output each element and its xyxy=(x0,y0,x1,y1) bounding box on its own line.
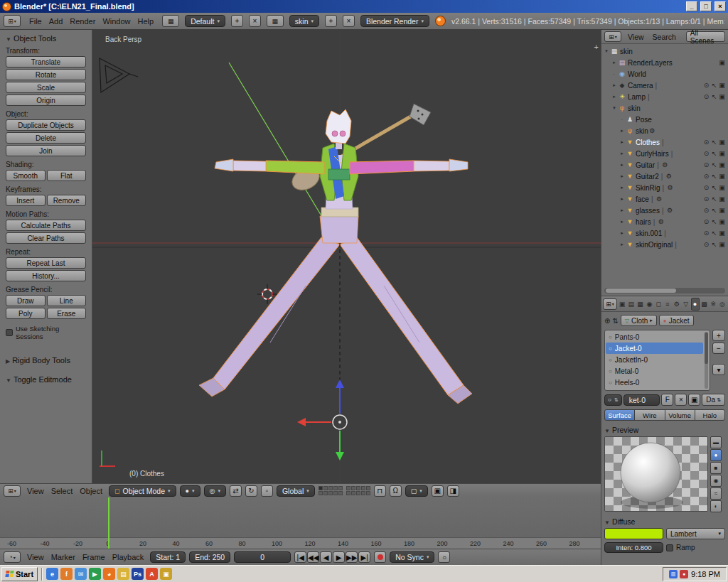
manipulator-rotate-button[interactable]: ↻ xyxy=(245,485,257,497)
restrict-view-icon[interactable]: ⊙ xyxy=(702,93,710,100)
internet-explorer-icon[interactable]: e xyxy=(46,568,58,580)
timeline-menu-view[interactable]: View xyxy=(24,551,47,563)
outliner-row-skin[interactable]: ▾ψskin xyxy=(601,102,728,114)
media-player-icon[interactable]: ▶ xyxy=(89,568,101,580)
material-slot-pants-0[interactable]: ○Pants-0 xyxy=(606,331,703,343)
properties-tab-particles[interactable]: ※ xyxy=(709,298,717,311)
restrict-view-icon[interactable]: ⊙ xyxy=(702,230,710,237)
viewport-shading-select[interactable]: ●▾ xyxy=(180,485,200,497)
outliner-menu-view[interactable]: View xyxy=(625,31,647,43)
layer-cell[interactable] xyxy=(351,491,355,495)
layer-cell[interactable] xyxy=(366,491,370,495)
preview-sphere-button[interactable]: ● xyxy=(710,449,722,461)
mail-icon[interactable]: ✉ xyxy=(75,568,87,580)
minimize-button[interactable]: _ xyxy=(686,1,697,11)
acrobat-icon[interactable]: A xyxy=(146,568,158,580)
jump-to-end-button[interactable]: ▶| xyxy=(358,551,370,563)
layers-widget-left[interactable] xyxy=(318,486,343,495)
menu-window[interactable]: Window xyxy=(100,16,133,27)
timeline-editor-type-button[interactable]: ◔▾ xyxy=(4,551,21,563)
editor-type-button[interactable]: ⊞▾ xyxy=(4,15,21,27)
nodes-button[interactable]: ▣ xyxy=(688,394,700,406)
expander-icon[interactable]: ▸ xyxy=(619,242,626,247)
breadcrumb-material[interactable]: ●Jacket xyxy=(659,315,694,326)
diffuse-panel-header[interactable]: ▼Diffuse xyxy=(604,517,725,526)
properties-tab-render-layers[interactable]: ▤ xyxy=(627,298,636,311)
antivirus-icon[interactable]: ● xyxy=(680,570,688,578)
layer-cell[interactable] xyxy=(333,486,338,490)
frame-start-field[interactable]: Start: 1 xyxy=(150,551,186,563)
properties-tab-constraints[interactable]: ≡ xyxy=(663,298,672,311)
pivot-point-select[interactable]: ◎▾ xyxy=(204,485,226,497)
tool-button-rotate[interactable]: Rotate xyxy=(6,69,86,80)
scene-add-button[interactable]: + xyxy=(325,15,337,27)
layers-widget-right[interactable] xyxy=(346,486,370,495)
maximize-button[interactable]: □ xyxy=(700,1,712,11)
lock-to-scene-button[interactable]: ⊓ xyxy=(374,485,386,497)
layer-cell[interactable] xyxy=(346,486,350,490)
menu-render[interactable]: Render xyxy=(67,16,98,27)
material-name-field[interactable]: ket-0 xyxy=(623,394,660,406)
restrict-view-icon[interactable]: ⊙ xyxy=(702,241,710,248)
viewport-editor-type-button[interactable]: ⊞▾ xyxy=(4,485,21,497)
prev-frame-button[interactable]: ◀ xyxy=(320,551,332,563)
restrict-render-icon[interactable]: ▣ xyxy=(718,184,726,191)
outliner-editor-type-button[interactable]: ⊞▾ xyxy=(604,31,621,42)
tool-button-history[interactable]: History... xyxy=(6,270,86,281)
menu-help[interactable]: Help xyxy=(135,16,157,27)
outliner-row-skinrig[interactable]: ▸▼SkinRig|⚙⊙↖▣ xyxy=(601,182,728,193)
restrict-select-icon[interactable]: ↖ xyxy=(710,161,718,168)
menu-add[interactable]: Add xyxy=(46,16,66,27)
region-toggle-icon[interactable]: + xyxy=(594,43,599,51)
preview-hair-button[interactable]: ≈ xyxy=(710,487,722,500)
restrict-select-icon[interactable]: ↖ xyxy=(710,230,718,237)
restrict-view-icon[interactable]: ⊙ xyxy=(702,161,710,168)
expander-icon[interactable]: ▸ xyxy=(619,139,626,145)
material-type-halo[interactable]: Halo xyxy=(695,409,725,421)
restrict-view-icon[interactable]: ⊙ xyxy=(702,207,710,214)
restrict-render-icon[interactable]: ▣ xyxy=(718,59,726,66)
restrict-view-icon[interactable]: ⊙ xyxy=(702,195,710,203)
layer-cell[interactable] xyxy=(333,491,338,495)
record-button[interactable] xyxy=(374,551,386,563)
prev-keyframe-button[interactable]: ◀◀ xyxy=(307,551,319,563)
expander-icon[interactable]: ▸ xyxy=(619,208,626,213)
properties-tab-texture[interactable]: ▩ xyxy=(700,298,709,311)
layer-cell[interactable] xyxy=(328,491,333,495)
mode-select[interactable]: ◻Object Mode▾ xyxy=(109,485,176,497)
expander-icon[interactable]: ▸ xyxy=(611,60,618,65)
outliner-row-curlyhairs[interactable]: ▸▼CurlyHairs|⊙↖▣ xyxy=(601,148,728,159)
tool-button-line[interactable]: Line xyxy=(47,295,87,306)
tool-button-draw[interactable]: Draw xyxy=(6,295,46,306)
expander-icon[interactable]: ▸ xyxy=(619,230,626,236)
properties-tab-scene[interactable]: ▦ xyxy=(636,298,645,311)
layer-cell[interactable] xyxy=(356,491,360,495)
restrict-render-icon[interactable]: ▣ xyxy=(718,230,726,237)
preview-cube-button[interactable]: ■ xyxy=(710,462,722,474)
preview-flat-button[interactable]: ▬ xyxy=(710,436,722,448)
properties-tab-modifiers[interactable]: ⚙ xyxy=(673,298,681,311)
outliner-row-skin[interactable]: ▾▦skin xyxy=(601,45,728,57)
layer-cell[interactable] xyxy=(351,486,355,490)
properties-tab-render[interactable]: ▣ xyxy=(618,298,626,311)
outliner-row-glasses[interactable]: ▸▼glasses|⚙⊙↖▣ xyxy=(601,205,728,216)
outliner-row-guitar2[interactable]: ▸▼Guitar2|⚙⊙↖▣ xyxy=(601,171,728,182)
tool-shelf-panel-header[interactable]: ▼Object Tools xyxy=(6,34,86,43)
material-type-volume[interactable]: Volume xyxy=(665,409,695,421)
layer-cell[interactable] xyxy=(323,491,328,495)
restrict-render-icon[interactable]: ▣ xyxy=(718,173,726,180)
restrict-select-icon[interactable]: ↖ xyxy=(710,139,718,146)
restrict-view-icon[interactable]: ⊙ xyxy=(702,139,710,146)
restrict-select-icon[interactable]: ↖ xyxy=(710,195,718,203)
diffuse-shader-select[interactable]: Lambert▾ xyxy=(666,528,725,539)
outliner-editor[interactable]: ⊞▾ ViewSearch All Scenes ▾▦skin▸▤RenderL… xyxy=(601,30,728,296)
screen-add-button[interactable]: + xyxy=(231,15,243,27)
tool-button-scale[interactable]: Scale xyxy=(6,82,86,93)
manipulator-scale-button[interactable]: ▫ xyxy=(261,485,273,497)
material-slot-list[interactable]: ○Pants-0○Jacket-0○JacketIn-0○Metal-0○Hee… xyxy=(604,330,710,391)
slot-add-button[interactable]: + xyxy=(712,330,725,341)
folder-icon[interactable]: ▣ xyxy=(160,568,172,580)
tool-button-flat[interactable]: Flat xyxy=(47,170,87,181)
tool-button-delete[interactable]: Delete xyxy=(6,132,86,144)
outliner-row-guitar[interactable]: ▸▼Guitar|⚙⊙↖▣ xyxy=(601,159,728,171)
